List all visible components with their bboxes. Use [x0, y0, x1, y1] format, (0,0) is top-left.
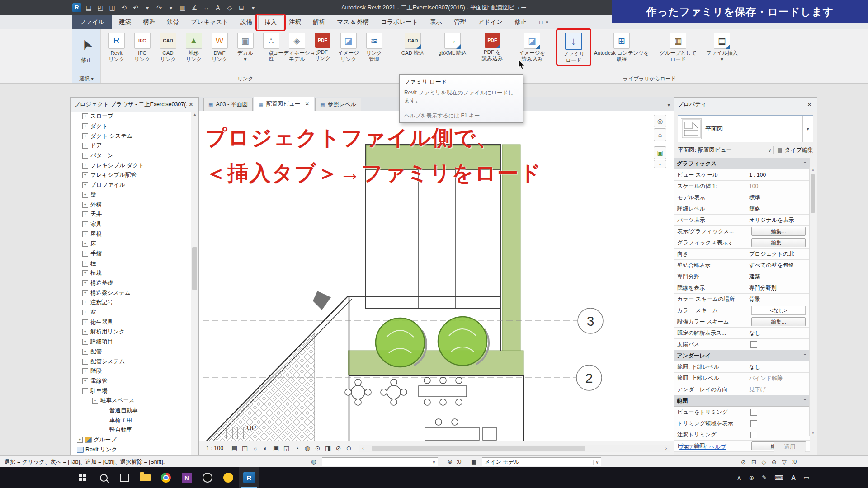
- property-value[interactable]: すべての壁を包絡 すべての壁を包絡 すべての壁を包絡: [747, 260, 810, 271]
- tree-item[interactable]: + プロファイル: [71, 180, 191, 190]
- scroll-right-icon[interactable]: ›: [663, 446, 670, 451]
- visual-style-icon[interactable]: ◳: [241, 445, 249, 452]
- design-options-icon[interactable]: ▦: [471, 456, 476, 468]
- tree-item[interactable]: + 階段: [71, 366, 191, 376]
- tree-item[interactable]: + 配管: [71, 347, 191, 357]
- tree-expand-icon[interactable]: +: [82, 192, 88, 198]
- property-value[interactable]: 専門分野別 専門分野別 専門分野別: [747, 282, 810, 293]
- revit-logo[interactable]: R: [72, 3, 81, 12]
- ribbon-tab[interactable]: マス & 外構: [331, 15, 375, 29]
- show-crop-icon[interactable]: ◱: [282, 445, 291, 452]
- ribbon-tab[interactable]: 設備: [234, 15, 258, 29]
- tree-item[interactable]: + パターン: [71, 151, 191, 161]
- collapse-icon[interactable]: ⌃: [803, 398, 807, 404]
- tree-expand-icon[interactable]: +: [82, 339, 88, 345]
- save-icon[interactable]: ◫: [108, 4, 117, 11]
- search-button[interactable]: [93, 467, 114, 488]
- ribbon-tab[interactable]: コラボレート: [375, 15, 424, 29]
- property-value[interactable]: 編集... 編集... 編集...: [747, 237, 810, 248]
- open-icon[interactable]: ◰: [96, 4, 105, 11]
- type-selector[interactable]: 平面図 ▾: [678, 115, 813, 142]
- notification-icon[interactable]: ▭: [803, 474, 809, 481]
- ribbon-button[interactable]: ↓ ファミリ ロード: [558, 31, 590, 63]
- ribbon-tab[interactable]: 構造: [137, 15, 161, 29]
- text-icon[interactable]: A: [213, 4, 222, 11]
- select-panel-label[interactable]: 選択 ▾: [72, 75, 100, 82]
- property-value[interactable]: 編集... 編集... 編集...: [747, 226, 810, 237]
- tree-item[interactable]: + フレキシブル ダクト: [71, 160, 191, 170]
- ribbon-button[interactable]: ∴ 点 群: [258, 31, 284, 62]
- tree-item[interactable]: + グループ: [71, 435, 191, 445]
- task-view-button[interactable]: [114, 467, 135, 488]
- tree-item[interactable]: + 手摺: [71, 249, 191, 259]
- tree-item[interactable]: + 屋根: [71, 229, 191, 239]
- property-value[interactable]: バインド解除 バインド解除 バインド解除: [747, 373, 810, 384]
- edit-button[interactable]: 編集...: [751, 238, 806, 247]
- property-value[interactable]: 背景 背景 背景: [747, 294, 810, 305]
- type-selector-caret-icon[interactable]: ▾: [802, 116, 813, 142]
- tree-expand-icon[interactable]: +: [82, 300, 88, 305]
- tree-expand-icon[interactable]: +: [82, 368, 88, 374]
- tree-item[interactable]: + 配管システム: [71, 357, 191, 366]
- tree-item[interactable]: + 解析用リンク: [71, 327, 191, 337]
- filter-icon[interactable]: ▽: [782, 459, 787, 465]
- view-tab[interactable]: ▦ 参照レベル ✕: [315, 98, 361, 111]
- undo-icon[interactable]: ↶: [131, 4, 140, 11]
- edit-type-button[interactable]: ▤ タイプ編集: [773, 146, 813, 154]
- tree-expand-icon[interactable]: +: [82, 163, 88, 169]
- tree-expand-icon[interactable]: +: [82, 261, 88, 267]
- tree-expand-icon[interactable]: +: [82, 319, 88, 325]
- redo-icon[interactable]: ↷: [155, 4, 164, 11]
- tree-expand-icon[interactable]: +: [82, 113, 88, 119]
- tree-expand-icon[interactable]: +: [82, 310, 88, 315]
- checkbox[interactable]: [750, 409, 757, 416]
- design-option-combobox[interactable]: メイン モデル ∨: [482, 457, 601, 466]
- tree-item[interactable]: - 駐車スペース: [71, 396, 191, 406]
- ribbon-button[interactable]: → gbXML 読込: [433, 31, 472, 62]
- ribbon-button[interactable]: CAD CAD リンク: [155, 31, 181, 62]
- explorer-icon[interactable]: [135, 467, 156, 488]
- obs-icon[interactable]: [197, 467, 218, 488]
- close-icon[interactable]: ✕: [806, 101, 813, 108]
- instance-selector[interactable]: 平面図: 配置図ビュー ∨: [678, 146, 773, 154]
- ribbon-button[interactable]: IFC IFC リンク: [129, 31, 155, 62]
- navbar-more-icon[interactable]: ▾: [654, 160, 666, 168]
- ribbon-tab[interactable]: 修正: [509, 15, 533, 29]
- ribbon-tab[interactable]: 解析: [307, 15, 331, 29]
- reveal-hidden-icon[interactable]: ◍: [303, 445, 311, 452]
- ribbon-tab[interactable]: 挿入: [258, 15, 283, 29]
- tree-expand-icon[interactable]: +: [82, 172, 88, 178]
- print-icon[interactable]: ▥: [178, 4, 187, 11]
- dimension-icon[interactable]: ↔: [202, 4, 211, 11]
- tree-expand-icon[interactable]: +: [82, 211, 88, 217]
- network-icon[interactable]: ⊕: [749, 474, 754, 481]
- default-3d-view-icon[interactable]: ◇: [225, 4, 234, 11]
- tree-item[interactable]: + 壁: [71, 190, 191, 200]
- temporary-hide-icon[interactable]: ◔: [292, 445, 301, 452]
- property-value[interactable]: 編集... 編集... 編集...: [747, 316, 810, 327]
- sync-icon[interactable]: ⟲: [119, 4, 128, 11]
- ribbon-tab[interactable]: 表示: [424, 15, 448, 29]
- ribbon-tab[interactable]: プレキャスト: [185, 15, 234, 29]
- ribbon-button[interactable]: ▤ ファイル挿入 ▾: [703, 31, 741, 63]
- property-section-header[interactable]: アンダーレイ ⌃: [674, 350, 810, 361]
- ribbon-button[interactable]: ▲ 地形 リンク: [181, 31, 207, 62]
- tree-expand-icon[interactable]: +: [82, 123, 88, 129]
- ribbon-tab[interactable]: 管理: [448, 15, 472, 29]
- tree-expand-icon[interactable]: +: [82, 202, 88, 208]
- ribbon-button[interactable]: PDF PDF を 読み込み: [472, 31, 512, 62]
- property-value[interactable]: 簡略 簡略 簡略: [747, 203, 810, 214]
- view-tab-close-icon[interactable]: ✕: [305, 101, 309, 107]
- property-value[interactable]: 見下げ 見下げ 見下げ: [747, 384, 810, 395]
- properties-header[interactable]: プロパティ ✕: [674, 98, 817, 112]
- ribbon-tab[interactable]: 鉄骨: [161, 15, 185, 29]
- ribbon-button[interactable]: ▣ デカル ▾: [232, 31, 258, 62]
- ime-indicator[interactable]: A: [791, 474, 796, 481]
- sun-path-icon[interactable]: ☼: [251, 445, 259, 452]
- workset-icon[interactable]: ◍: [311, 456, 316, 468]
- onenote-icon[interactable]: N: [176, 467, 197, 488]
- tree-expand-icon[interactable]: +: [82, 241, 88, 247]
- tree-item[interactable]: 普通自動車: [71, 406, 191, 416]
- tree-item[interactable]: + 柱: [71, 258, 191, 268]
- ribbon-button[interactable]: ▦ グループとして ロード: [654, 31, 703, 63]
